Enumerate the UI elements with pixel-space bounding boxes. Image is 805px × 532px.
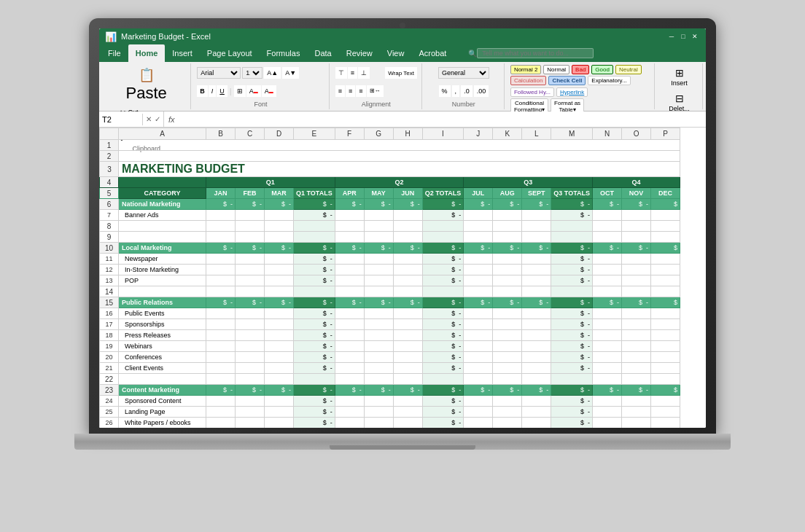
r8c5[interactable] — [335, 221, 364, 232]
ba-may[interactable] — [364, 210, 393, 221]
sponsorships-label[interactable]: Sponsorships — [119, 319, 206, 330]
ba-oct[interactable] — [593, 210, 622, 221]
col-header-e[interactable]: E — [294, 128, 335, 140]
nm-jan[interactable]: $ - — [206, 199, 236, 210]
r8c3[interactable] — [236, 221, 265, 232]
align-middle-button[interactable]: ≡ — [348, 67, 357, 79]
r9q2[interactable] — [422, 232, 464, 243]
nm-apr[interactable]: $ - — [335, 199, 364, 210]
spreadsheet-area[interactable]: A B C D E F G H I J K L — [99, 128, 706, 428]
style-neutral-button[interactable]: Neutral — [615, 65, 642, 74]
nm-jun[interactable]: $ - — [393, 199, 422, 210]
nm-sept[interactable]: $ - — [522, 199, 551, 210]
col-header-h[interactable]: H — [393, 128, 422, 140]
comma-button[interactable]: , — [452, 85, 460, 97]
r9q3[interactable] — [551, 232, 593, 243]
r9c10[interactable] — [522, 232, 551, 243]
r9c5[interactable] — [335, 232, 364, 243]
col-header-k[interactable]: K — [493, 128, 522, 140]
webinars-label[interactable]: Webinars — [119, 341, 206, 352]
col-header-l[interactable]: L — [522, 128, 551, 140]
ba-nov[interactable] — [622, 210, 651, 221]
r9c3[interactable] — [236, 232, 265, 243]
col-header-j[interactable]: J — [464, 128, 493, 140]
ba-sept[interactable] — [522, 210, 551, 221]
national-marketing-label[interactable]: National Marketing — [119, 199, 206, 210]
style-good-button[interactable]: Good — [591, 65, 613, 74]
font-family-select[interactable]: Arial — [197, 67, 241, 79]
formula-input[interactable] — [179, 114, 706, 125]
ba-q1[interactable]: $ - — [294, 210, 335, 221]
ba-jul[interactable] — [464, 210, 493, 221]
ba-dec[interactable] — [651, 210, 680, 221]
font-color-button[interactable]: A▬ — [262, 85, 276, 97]
search-input[interactable] — [477, 48, 594, 58]
pop-label[interactable]: POP — [119, 275, 206, 286]
tab-formulas[interactable]: Formulas — [260, 44, 308, 62]
tab-view[interactable]: View — [380, 44, 412, 62]
r8c11[interactable] — [593, 221, 622, 232]
r8c7[interactable] — [393, 221, 422, 232]
style-bad-button[interactable]: Bad — [572, 65, 589, 74]
style-followed-button[interactable]: Followed Hy... — [510, 87, 554, 97]
align-left-button[interactable]: ≡ — [335, 85, 345, 97]
r9q1[interactable] — [294, 232, 335, 243]
ba-q2[interactable]: $ - — [422, 210, 464, 221]
insert-cell-button[interactable]: ⊞ Insert — [667, 65, 691, 89]
nm-mar[interactable]: $ - — [265, 199, 294, 210]
nm-oct[interactable]: $ - — [593, 199, 622, 210]
bold-button[interactable]: B — [197, 85, 208, 97]
nm-nov[interactable]: $ - — [622, 199, 651, 210]
local-marketing-label[interactable]: Local Marketing — [119, 243, 206, 254]
paste-button[interactable]: 📋 Paste — [120, 65, 174, 105]
r9c2[interactable] — [206, 232, 236, 243]
newspaper-label[interactable]: Newspaper — [119, 254, 206, 265]
r8c6[interactable] — [364, 221, 393, 232]
ba-mar[interactable] — [265, 210, 294, 221]
r9c8[interactable] — [464, 232, 493, 243]
style-normal2-button[interactable]: Normal 2 — [510, 65, 541, 74]
r9c9[interactable] — [493, 232, 522, 243]
cell-reference-box[interactable]: T2 — [99, 114, 143, 125]
align-center-button[interactable]: ≡ — [346, 85, 355, 97]
align-top-button[interactable]: ⊤ — [335, 67, 347, 79]
client-events-label[interactable]: Client Events — [119, 363, 206, 374]
ba-aug[interactable] — [493, 210, 522, 221]
ba-apr[interactable] — [335, 210, 364, 221]
tab-page-layout[interactable]: Page Layout — [200, 44, 260, 62]
col-header-c[interactable]: C — [236, 128, 265, 140]
close-button[interactable]: ✕ — [690, 31, 700, 42]
ba-q3[interactable]: $ - — [551, 210, 593, 221]
public-events-label[interactable]: Public Events — [119, 308, 206, 319]
nm-dec[interactable]: $ — [651, 199, 680, 210]
fill-color-button[interactable]: A▬ — [246, 85, 261, 97]
col-header-o[interactable]: O — [622, 128, 651, 140]
nm-q2[interactable]: $ - — [422, 199, 464, 210]
italic-button[interactable]: I — [209, 85, 217, 97]
content-marketing-label[interactable]: Content Marketing — [119, 385, 206, 396]
r9c12[interactable] — [622, 232, 651, 243]
r9c6[interactable] — [364, 232, 393, 243]
ba-feb[interactable] — [236, 210, 265, 221]
budget-title-cell[interactable]: MARKETING BUDGET — [119, 162, 680, 177]
r8c13[interactable] — [651, 221, 680, 232]
wrap-text-button[interactable]: Wrap Text — [385, 67, 417, 79]
white-papers-label[interactable]: White Papers / ebooks — [119, 418, 206, 429]
style-explanatory-button[interactable]: Explanatory... — [588, 76, 630, 85]
r9c1[interactable] — [119, 232, 206, 243]
tab-acrobat[interactable]: Acrobat — [411, 44, 454, 62]
col-header-m[interactable]: M — [551, 128, 593, 140]
increase-decimal-button[interactable]: .00 — [474, 85, 489, 97]
underline-button[interactable]: U — [217, 85, 228, 97]
r8c2[interactable] — [206, 221, 236, 232]
nm-q3[interactable]: $ - — [551, 199, 593, 210]
r8q1[interactable] — [294, 221, 335, 232]
tab-review[interactable]: Review — [339, 44, 380, 62]
minimize-button[interactable]: ─ — [666, 31, 677, 42]
col-header-g[interactable]: G — [364, 128, 393, 140]
r8c12[interactable] — [622, 221, 651, 232]
r8q2[interactable] — [422, 221, 464, 232]
font-size-select[interactable]: 12 — [242, 67, 262, 79]
tab-insert[interactable]: Insert — [165, 44, 200, 62]
style-hyperlink-button[interactable]: Hyperlink — [556, 87, 588, 97]
